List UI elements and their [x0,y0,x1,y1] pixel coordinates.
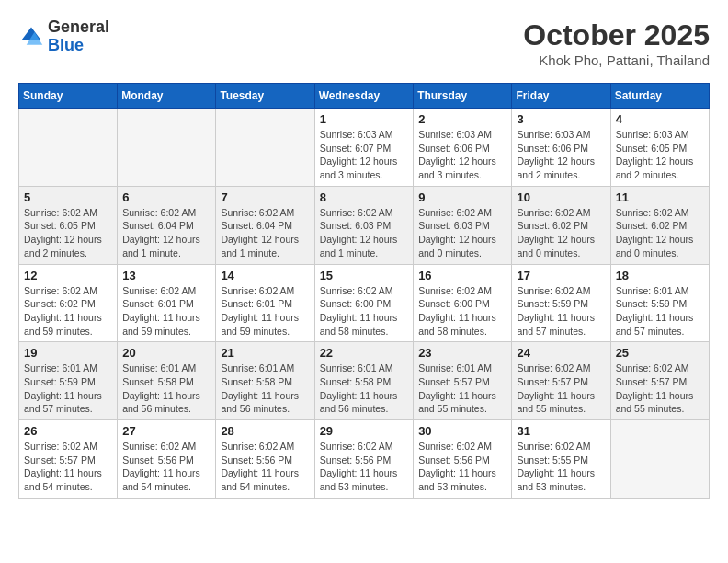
calendar-cell: 23Sunrise: 6:01 AM Sunset: 5:57 PM Dayli… [414,342,512,420]
day-info: Sunrise: 6:02 AM Sunset: 5:56 PM Dayligh… [418,440,506,494]
day-number: 13 [122,269,210,282]
day-info: Sunrise: 6:02 AM Sunset: 6:05 PM Dayligh… [24,206,112,260]
day-info: Sunrise: 6:02 AM Sunset: 6:01 PM Dayligh… [221,284,309,339]
day-info: Sunrise: 6:02 AM Sunset: 6:04 PM Dayligh… [221,206,309,260]
day-info: Sunrise: 6:02 AM Sunset: 5:57 PM Dayligh… [24,440,112,494]
day-number: 22 [320,346,409,360]
logo-blue: Blue [48,37,109,55]
day-number: 18 [616,269,704,282]
day-number: 30 [418,424,506,438]
calendar-cell: 20Sunrise: 6:01 AM Sunset: 5:58 PM Dayli… [118,342,216,420]
calendar-week-3: 12Sunrise: 6:02 AM Sunset: 6:02 PM Dayli… [19,264,710,342]
day-number: 2 [418,112,506,126]
day-number: 23 [418,346,506,360]
header-sunday: Sunday [19,84,118,109]
day-info: Sunrise: 6:02 AM Sunset: 6:02 PM Dayligh… [616,206,704,260]
day-number: 7 [221,190,309,204]
day-number: 28 [221,424,309,438]
day-number: 31 [517,424,605,438]
day-number: 29 [320,424,409,438]
day-number: 25 [616,346,704,360]
header-thursday: Thursday [414,84,512,109]
day-info: Sunrise: 6:02 AM Sunset: 5:56 PM Dayligh… [320,440,409,494]
day-info: Sunrise: 6:02 AM Sunset: 5:56 PM Dayligh… [122,440,210,494]
calendar-cell: 15Sunrise: 6:02 AM Sunset: 6:00 PM Dayli… [314,264,414,342]
day-info: Sunrise: 6:02 AM Sunset: 6:02 PM Dayligh… [24,284,112,339]
calendar-cell: 14Sunrise: 6:02 AM Sunset: 6:01 PM Dayli… [216,264,314,342]
header-tuesday: Tuesday [216,84,314,109]
calendar-cell: 16Sunrise: 6:02 AM Sunset: 6:00 PM Dayli… [414,264,512,342]
day-number: 24 [517,346,605,360]
calendar-header-row: SundayMondayTuesdayWednesdayThursdayFrid… [19,84,710,109]
day-info: Sunrise: 6:02 AM Sunset: 5:59 PM Dayligh… [517,284,605,339]
calendar-cell: 3Sunrise: 6:03 AM Sunset: 6:06 PM Daylig… [512,109,610,187]
calendar-cell [610,420,709,499]
calendar-cell: 21Sunrise: 6:01 AM Sunset: 5:58 PM Dayli… [216,342,314,420]
day-number: 27 [122,424,210,438]
day-number: 1 [320,112,409,126]
day-info: Sunrise: 6:02 AM Sunset: 6:01 PM Dayligh… [122,284,210,339]
header-monday: Monday [118,84,216,109]
calendar-cell: 22Sunrise: 6:01 AM Sunset: 5:58 PM Dayli… [314,342,414,420]
calendar-cell: 2Sunrise: 6:03 AM Sunset: 6:06 PM Daylig… [414,109,512,187]
calendar-week-4: 19Sunrise: 6:01 AM Sunset: 5:59 PM Dayli… [19,342,710,420]
day-info: Sunrise: 6:01 AM Sunset: 5:58 PM Dayligh… [320,362,409,416]
day-info: Sunrise: 6:02 AM Sunset: 5:56 PM Dayligh… [221,440,309,494]
day-number: 19 [24,346,112,360]
calendar-cell: 30Sunrise: 6:02 AM Sunset: 5:56 PM Dayli… [414,420,512,499]
logo-text: General Blue [48,18,109,55]
day-number: 17 [517,269,605,282]
calendar-week-1: 1Sunrise: 6:03 AM Sunset: 6:07 PM Daylig… [19,109,710,187]
logo-icon [18,24,44,50]
day-info: Sunrise: 6:02 AM Sunset: 6:02 PM Dayligh… [517,206,605,260]
day-info: Sunrise: 6:03 AM Sunset: 6:05 PM Dayligh… [616,128,704,182]
day-info: Sunrise: 6:03 AM Sunset: 6:07 PM Dayligh… [320,128,409,182]
day-number: 4 [616,112,704,126]
calendar-cell [118,109,216,187]
day-info: Sunrise: 6:02 AM Sunset: 6:04 PM Dayligh… [122,206,210,260]
logo-general: General [48,18,109,37]
day-number: 9 [418,190,506,204]
day-info: Sunrise: 6:01 AM Sunset: 5:58 PM Dayligh… [122,362,210,416]
day-number: 8 [320,190,409,204]
calendar-cell: 17Sunrise: 6:02 AM Sunset: 5:59 PM Dayli… [512,264,610,342]
calendar-cell: 5Sunrise: 6:02 AM Sunset: 6:05 PM Daylig… [19,186,118,264]
day-info: Sunrise: 6:02 AM Sunset: 6:00 PM Dayligh… [418,284,506,339]
day-info: Sunrise: 6:01 AM Sunset: 5:58 PM Dayligh… [221,362,309,416]
calendar-cell: 29Sunrise: 6:02 AM Sunset: 5:56 PM Dayli… [314,420,414,499]
calendar-cell [19,109,118,187]
calendar-cell: 26Sunrise: 6:02 AM Sunset: 5:57 PM Dayli… [19,420,118,499]
header-friday: Friday [512,84,610,109]
calendar-cell: 28Sunrise: 6:02 AM Sunset: 5:56 PM Dayli… [216,420,314,499]
logo: General Blue [18,18,109,55]
day-number: 20 [122,346,210,360]
day-info: Sunrise: 6:01 AM Sunset: 5:57 PM Dayligh… [418,362,506,416]
day-number: 15 [320,269,409,282]
day-info: Sunrise: 6:02 AM Sunset: 5:55 PM Dayligh… [517,440,605,494]
calendar-cell: 10Sunrise: 6:02 AM Sunset: 6:02 PM Dayli… [512,186,610,264]
calendar-cell: 8Sunrise: 6:02 AM Sunset: 6:03 PM Daylig… [314,186,414,264]
calendar-cell: 27Sunrise: 6:02 AM Sunset: 5:56 PM Dayli… [118,420,216,499]
day-info: Sunrise: 6:02 AM Sunset: 5:57 PM Dayligh… [517,362,605,416]
day-number: 3 [517,112,605,126]
header-saturday: Saturday [610,84,709,109]
calendar-cell: 18Sunrise: 6:01 AM Sunset: 5:59 PM Dayli… [610,264,709,342]
day-number: 6 [122,190,210,204]
header-wednesday: Wednesday [314,84,414,109]
calendar-week-5: 26Sunrise: 6:02 AM Sunset: 5:57 PM Dayli… [19,420,710,499]
day-info: Sunrise: 6:01 AM Sunset: 5:59 PM Dayligh… [24,362,112,416]
calendar-cell: 7Sunrise: 6:02 AM Sunset: 6:04 PM Daylig… [216,186,314,264]
calendar-cell: 9Sunrise: 6:02 AM Sunset: 6:03 PM Daylig… [414,186,512,264]
page-header: General Blue October 2025 Khok Pho, Patt… [18,18,710,68]
day-info: Sunrise: 6:02 AM Sunset: 5:57 PM Dayligh… [616,362,704,416]
calendar-week-2: 5Sunrise: 6:02 AM Sunset: 6:05 PM Daylig… [19,186,710,264]
day-number: 14 [221,269,309,282]
day-info: Sunrise: 6:03 AM Sunset: 6:06 PM Dayligh… [517,128,605,182]
calendar-cell: 11Sunrise: 6:02 AM Sunset: 6:02 PM Dayli… [610,186,709,264]
day-number: 5 [24,190,112,204]
day-number: 16 [418,269,506,282]
day-info: Sunrise: 6:01 AM Sunset: 5:59 PM Dayligh… [616,284,704,339]
calendar-cell: 24Sunrise: 6:02 AM Sunset: 5:57 PM Dayli… [512,342,610,420]
day-number: 21 [221,346,309,360]
calendar-cell: 12Sunrise: 6:02 AM Sunset: 6:02 PM Dayli… [19,264,118,342]
